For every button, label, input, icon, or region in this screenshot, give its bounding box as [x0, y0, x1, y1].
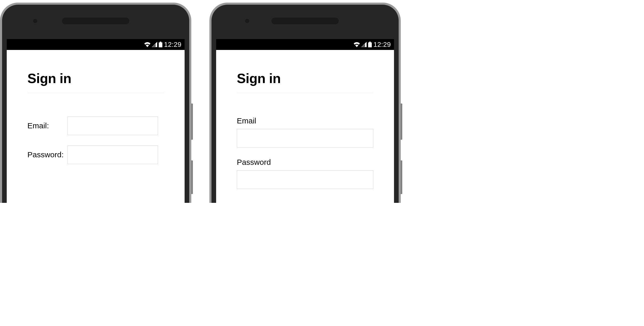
side-button	[401, 103, 402, 140]
phone-inner-frame: 12:29 Sign in Email: Password:	[2, 5, 189, 203]
side-button	[401, 160, 402, 194]
title-divider	[27, 93, 164, 93]
status-time: 12:29	[164, 41, 181, 49]
svg-rect-1	[159, 42, 162, 47]
camera-dot	[245, 19, 249, 23]
cellular-icon	[152, 42, 157, 47]
camera-dot	[33, 19, 37, 23]
page-title: Sign in	[27, 71, 164, 86]
svg-rect-0	[160, 42, 161, 42]
password-label: Password:	[27, 150, 67, 159]
page-title: Sign in	[237, 71, 373, 86]
speaker-bar	[271, 18, 339, 24]
email-row: Email:	[27, 116, 164, 135]
password-input[interactable]	[237, 170, 373, 189]
side-button	[191, 160, 193, 194]
email-label: Email:	[27, 121, 67, 130]
wifi-icon	[354, 42, 360, 47]
battery-icon	[368, 42, 372, 47]
side-button	[191, 103, 193, 140]
screen: 12:29 Sign in Email: Password:	[7, 39, 185, 203]
speaker-bar	[62, 18, 129, 24]
phone-mockup-left: 12:29 Sign in Email: Password:	[0, 3, 191, 203]
phone-outer-frame: 12:29 Sign in Email: Password:	[0, 3, 191, 203]
status-bar: 12:29	[216, 39, 394, 50]
status-time: 12:29	[373, 41, 391, 49]
svg-rect-3	[368, 42, 372, 47]
screen-content: Sign in Email Password	[216, 50, 394, 203]
svg-rect-2	[369, 42, 371, 42]
screen: 12:29 Sign in Email Password	[216, 39, 394, 203]
cellular-icon	[361, 42, 367, 47]
password-group: Password	[237, 158, 373, 189]
email-input[interactable]	[67, 116, 158, 135]
password-input[interactable]	[67, 145, 158, 164]
password-label: Password	[237, 158, 373, 167]
email-input[interactable]	[237, 129, 373, 147]
password-row: Password:	[27, 145, 164, 164]
email-group: Email	[237, 116, 373, 147]
battery-icon	[159, 42, 162, 47]
wifi-icon	[144, 42, 150, 47]
phone-mockup-right: 12:29 Sign in Email Password	[209, 3, 401, 203]
email-label: Email	[237, 116, 373, 125]
phone-inner-frame: 12:29 Sign in Email Password	[211, 5, 399, 203]
title-divider	[237, 93, 373, 93]
screen-content: Sign in Email: Password:	[7, 50, 185, 203]
status-bar: 12:29	[7, 39, 185, 50]
phone-outer-frame: 12:29 Sign in Email Password	[209, 3, 401, 203]
